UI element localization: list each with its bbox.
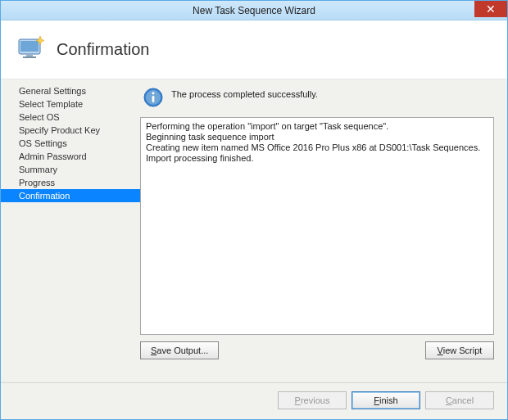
steps-sidebar: General Settings Select Template Select …: [1, 79, 140, 382]
finish-button[interactable]: Finish: [352, 391, 420, 409]
info-icon: [143, 88, 163, 107]
main-pane: The process completed successfully. Perf…: [140, 79, 507, 382]
wizard-body: General Settings Select Template Select …: [1, 79, 507, 382]
status-row: The process completed successfully.: [140, 84, 494, 117]
computer-sparkle-icon: [16, 33, 48, 67]
step-admin-password[interactable]: Admin Password: [1, 150, 140, 163]
window-title: New Task Sequence Wizard: [193, 5, 315, 16]
svg-rect-7: [152, 96, 155, 102]
titlebar: New Task Sequence Wizard ✕: [1, 1, 507, 20]
step-select-os[interactable]: Select OS: [1, 111, 140, 124]
svg-point-8: [152, 92, 154, 94]
step-specify-product-key[interactable]: Specify Product Key: [1, 124, 140, 137]
svg-rect-1: [20, 41, 39, 52]
save-output-button[interactable]: Save Output...: [140, 341, 219, 359]
step-select-template[interactable]: Select Template: [1, 97, 140, 111]
step-confirmation[interactable]: Confirmation: [1, 189, 140, 202]
wizard-window: New Task Sequence Wizard ✕ Confirmation …: [0, 0, 508, 420]
svg-rect-3: [23, 56, 36, 58]
status-message: The process completed successfully.: [171, 88, 318, 99]
wizard-footer: Previous Finish Cancel: [1, 382, 507, 419]
view-script-button[interactable]: View Script: [425, 341, 494, 359]
save-output-label: ave Output...: [156, 345, 208, 355]
step-general-settings[interactable]: General Settings: [1, 84, 140, 97]
close-icon: ✕: [486, 3, 496, 15]
log-output[interactable]: Performing the operation "import" on tar…: [140, 117, 494, 335]
output-buttons-row: Save Output... View Script: [140, 335, 494, 359]
step-summary[interactable]: Summary: [1, 163, 140, 176]
svg-rect-2: [26, 54, 33, 56]
previous-button: Previous: [278, 391, 347, 409]
cancel-button: Cancel: [425, 391, 494, 409]
view-script-label: iew Script: [443, 345, 483, 355]
wizard-header: Confirmation: [1, 20, 507, 79]
page-title: Confirmation: [57, 40, 149, 59]
close-button[interactable]: ✕: [474, 1, 507, 17]
step-os-settings[interactable]: OS Settings: [1, 137, 140, 150]
step-progress[interactable]: Progress: [1, 176, 140, 189]
